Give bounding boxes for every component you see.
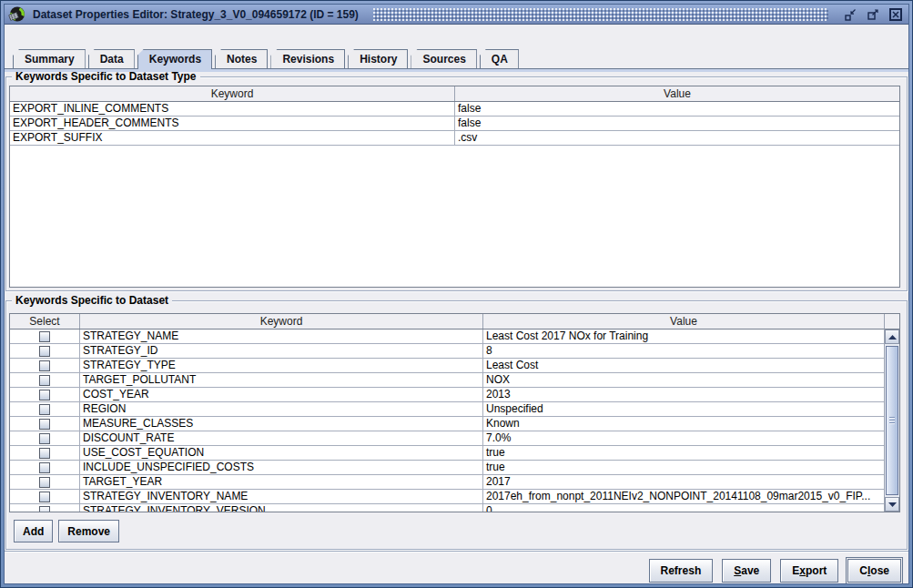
table-row: TARGET_YEAR2017 bbox=[10, 475, 884, 490]
section-title: Keywords Specific to Dataset bbox=[12, 294, 172, 308]
section-title: Keywords Specific to Dataset Type bbox=[12, 70, 200, 84]
keyword-cell[interactable]: STRATEGY_INVENTORY_VERSION bbox=[80, 504, 483, 512]
tab-summary[interactable]: Summary bbox=[13, 49, 86, 68]
row-select-checkbox[interactable] bbox=[39, 506, 50, 512]
select-cell bbox=[10, 490, 80, 503]
keyword-cell[interactable]: DISCOUNT_RATE bbox=[80, 431, 483, 445]
row-select-checkbox[interactable] bbox=[39, 346, 50, 357]
vertical-scrollbar[interactable] bbox=[884, 329, 899, 512]
value-cell: .csv bbox=[455, 131, 899, 145]
value-cell[interactable]: 2017 bbox=[483, 475, 884, 489]
table-row: MEASURE_CLASSESKnown bbox=[10, 417, 884, 431]
value-cell[interactable]: 8 bbox=[483, 344, 884, 358]
keyword-cell[interactable]: COST_YEAR bbox=[80, 388, 483, 401]
table-row: STRATEGY_INVENTORY_VERSION0 bbox=[10, 504, 884, 512]
column-header-value[interactable]: Value bbox=[455, 86, 899, 101]
tab-revisions[interactable]: Revisions bbox=[270, 49, 345, 68]
value-cell[interactable]: true bbox=[483, 446, 884, 460]
table-row: INCLUDE_UNSPECIFIED_COSTStrue bbox=[10, 461, 884, 475]
keyword-cell[interactable]: STRATEGY_INVENTORY_NAME bbox=[80, 490, 483, 503]
minimize-button[interactable] bbox=[841, 6, 858, 23]
table-row: STRATEGY_NAMELeast Cost 2017 NOx for Tra… bbox=[10, 329, 884, 344]
scrollbar-down-button[interactable] bbox=[885, 497, 899, 512]
tab-notes[interactable]: Notes bbox=[215, 49, 268, 68]
column-header-keyword[interactable]: Keyword bbox=[10, 86, 455, 101]
window-title: Dataset Properties Editor: Strategy_3_V0… bbox=[33, 5, 359, 24]
row-select-checkbox[interactable] bbox=[39, 477, 50, 488]
add-button[interactable]: Add bbox=[14, 520, 53, 542]
tab-data[interactable]: Data bbox=[88, 49, 135, 68]
refresh-button[interactable]: Refresh bbox=[649, 559, 714, 583]
row-select-checkbox[interactable] bbox=[39, 404, 50, 415]
keyword-cell[interactable]: STRATEGY_NAME bbox=[80, 329, 483, 343]
keyword-cell[interactable]: REGION bbox=[80, 402, 483, 416]
close-button[interactable]: Close bbox=[847, 559, 901, 583]
select-cell bbox=[10, 431, 80, 445]
close-button[interactable] bbox=[887, 6, 904, 23]
select-cell bbox=[10, 344, 80, 358]
keyword-cell[interactable]: INCLUDE_UNSPECIFIED_COSTS bbox=[80, 461, 483, 474]
value-cell[interactable]: Known bbox=[483, 417, 884, 431]
save-button[interactable]: Save bbox=[722, 559, 771, 583]
value-cell[interactable]: NOX bbox=[483, 373, 884, 387]
value-cell[interactable]: 7.0% bbox=[483, 431, 884, 445]
row-select-checkbox[interactable] bbox=[39, 419, 50, 430]
table-row: EXPORT_SUFFIX.csv bbox=[10, 131, 899, 146]
row-select-checkbox[interactable] bbox=[39, 390, 50, 400]
table-row: DISCOUNT_RATE7.0% bbox=[10, 431, 884, 446]
export-button[interactable]: Export bbox=[780, 559, 838, 583]
row-select-checkbox[interactable] bbox=[39, 492, 50, 502]
section-keywords-dataset: Keywords Specific to Dataset Select Keyw… bbox=[5, 300, 908, 550]
footer-actions: RefreshSaveExportClose bbox=[5, 559, 908, 583]
keyword-cell[interactable]: STRATEGY_ID bbox=[80, 344, 483, 358]
select-cell bbox=[10, 461, 80, 474]
select-cell bbox=[10, 417, 80, 431]
tab-history[interactable]: History bbox=[348, 49, 408, 68]
table-header: Keyword Value bbox=[10, 86, 899, 102]
maximize-button[interactable] bbox=[864, 6, 881, 23]
select-cell bbox=[10, 402, 80, 416]
select-cell bbox=[10, 504, 80, 512]
column-header-select[interactable]: Select bbox=[10, 314, 80, 329]
remove-button[interactable]: Remove bbox=[58, 520, 119, 542]
table-row: STRATEGY_TYPELeast Cost bbox=[10, 359, 884, 373]
value-cell[interactable]: true bbox=[483, 461, 884, 474]
value-cell[interactable]: 0 bbox=[483, 504, 884, 512]
tab-sources[interactable]: Sources bbox=[411, 49, 476, 68]
row-select-checkbox[interactable] bbox=[39, 433, 50, 444]
keyword-actions: AddRemove bbox=[14, 520, 119, 542]
row-select-checkbox[interactable] bbox=[39, 462, 50, 473]
table-row: EXPORT_INLINE_COMMENTSfalse bbox=[10, 102, 899, 117]
table-header: Select Keyword Value bbox=[10, 314, 884, 329]
value-cell[interactable]: Least Cost bbox=[483, 359, 884, 372]
table-row: COST_YEAR2013 bbox=[10, 388, 884, 402]
keyword-cell[interactable]: TARGET_POLLUTANT bbox=[80, 373, 483, 387]
select-cell bbox=[10, 329, 80, 343]
value-cell[interactable]: Least Cost 2017 NOx for Training bbox=[483, 329, 884, 343]
scrollbar-up-button[interactable] bbox=[885, 329, 899, 344]
column-header-keyword[interactable]: Keyword bbox=[80, 314, 483, 329]
titlebar[interactable]: Dataset Properties Editor: Strategy_3_V0… bbox=[5, 5, 908, 25]
footer-separator bbox=[5, 551, 908, 553]
titlebar-texture bbox=[373, 8, 828, 21]
table-row: REGIONUnspecified bbox=[10, 402, 884, 417]
row-select-checkbox[interactable] bbox=[39, 360, 50, 371]
row-select-checkbox[interactable] bbox=[39, 375, 50, 386]
value-cell[interactable]: Unspecified bbox=[483, 402, 884, 416]
keyword-cell[interactable]: TARGET_YEAR bbox=[80, 475, 483, 489]
select-cell bbox=[10, 359, 80, 372]
keyword-cell: EXPORT_INLINE_COMMENTS bbox=[10, 102, 455, 116]
row-select-checkbox[interactable] bbox=[39, 448, 50, 459]
keyword-cell[interactable]: MEASURE_CLASSES bbox=[80, 417, 483, 431]
select-cell bbox=[10, 388, 80, 401]
dataset-properties-window: Dataset Properties Editor: Strategy_3_V0… bbox=[0, 0, 913, 588]
keyword-cell[interactable]: USE_COST_EQUATION bbox=[80, 446, 483, 460]
value-cell[interactable]: 2017eh_from_nonpt_2011NEIv2_NONPOINT_201… bbox=[483, 490, 884, 503]
tab-keywords[interactable]: Keywords bbox=[137, 49, 212, 69]
tab-qa[interactable]: QA bbox=[480, 49, 519, 68]
keyword-cell[interactable]: STRATEGY_TYPE bbox=[80, 359, 483, 372]
column-header-value[interactable]: Value bbox=[483, 314, 884, 329]
row-select-checkbox[interactable] bbox=[39, 331, 50, 342]
value-cell[interactable]: 2013 bbox=[483, 388, 884, 401]
scrollbar-thumb[interactable] bbox=[886, 346, 898, 495]
